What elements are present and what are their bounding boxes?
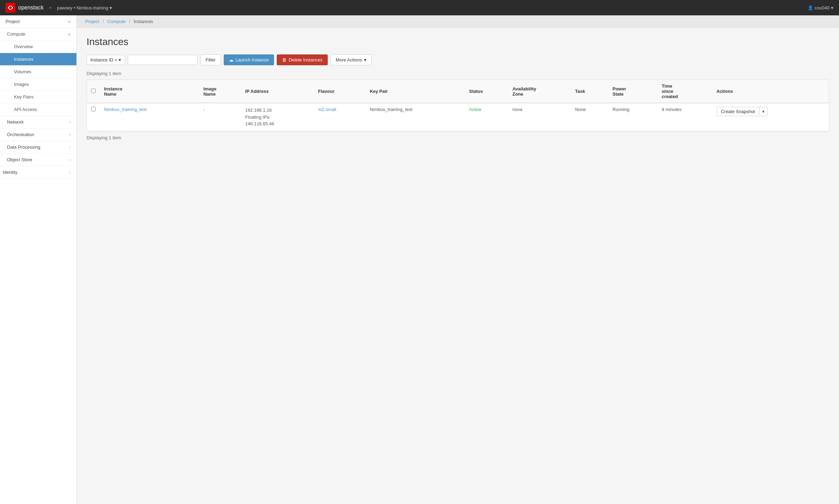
user-chevron: ▾ (831, 5, 833, 10)
sidebar-item-network[interactable]: Network › (0, 116, 76, 128)
filter-select-label: Instance ID = (90, 57, 117, 62)
more-actions-button[interactable]: More Actions ▾ (331, 54, 372, 65)
sidebar-item-overview[interactable]: Overview (0, 40, 76, 53)
create-snapshot-button[interactable]: Create Snapshot (717, 107, 759, 116)
floating-ip-label: Floating IPs: (245, 114, 310, 121)
filter-select-button[interactable]: Instance ID = ▾ (87, 55, 125, 65)
user-icon: 👤 (808, 5, 813, 10)
filter-dropdown-icon: ▾ (119, 57, 121, 62)
launch-instance-button[interactable]: ☁ Launch Instance (224, 54, 274, 65)
breadcrumb-project[interactable]: Project (85, 19, 99, 24)
page-area: Instances Instance ID = ▾ Filter ☁ Launc… (77, 28, 839, 149)
select-all-checkbox[interactable] (91, 89, 96, 93)
table-header-row: InstanceName ImageName IP Address Flavou… (87, 80, 829, 103)
sidebar-item-data-processing[interactable]: Data Processing › (0, 141, 76, 154)
chevron-down-icon: ∨ (68, 32, 71, 37)
breadcrumb-instances: Instances (134, 19, 153, 24)
sidebar-item-volumes[interactable]: Volumes (0, 66, 76, 78)
sidebar-item-orchestration-label: Orchestration (7, 132, 34, 137)
sidebar-item-object-store-label: Object Store (7, 157, 32, 162)
row-image-name: - (199, 103, 241, 131)
brand: openstack (6, 3, 44, 13)
delete-instances-button[interactable]: 🗑 Delete Instances (277, 54, 328, 65)
display-count-top: Displaying 1 item (87, 71, 829, 76)
col-ip-address: IP Address (241, 80, 314, 103)
col-flavour: Flavour (314, 80, 365, 103)
nav-separator: ▪ (49, 4, 51, 12)
sidebar-item-compute[interactable]: Compute ∨ (0, 28, 76, 40)
svg-rect-3 (12, 7, 13, 8)
cloud-upload-icon: ☁ (229, 57, 233, 62)
floating-ip-value: 146.118.65.46 (245, 120, 310, 127)
sidebar-item-images-label: Images (14, 82, 29, 87)
toolbar: Instance ID = ▾ Filter ☁ Launch Instance… (87, 54, 829, 65)
sidebar-item-instances[interactable]: Instances (0, 53, 76, 66)
row-checkbox-cell[interactable] (87, 103, 100, 131)
sidebar-item-object-store[interactable]: Object Store › (0, 154, 76, 166)
col-key-pair: Key Pair (365, 80, 465, 103)
chevron-right-icon: › (69, 170, 71, 175)
project-selector-chevron: ▾ (110, 5, 112, 10)
row-checkbox[interactable] (91, 107, 96, 111)
row-flavour: m2.small (314, 103, 365, 131)
row-key-pair: Nimbus_training_test (365, 103, 465, 131)
col-task: Task (571, 80, 608, 103)
project-selector-label: pawsey • Nimbus-training (57, 5, 108, 10)
ip-block: 192.168.1.16 Floating IPs: 146.118.65.46 (245, 107, 310, 127)
sidebar-item-project[interactable]: Project ∨ (0, 15, 76, 28)
action-dropdown-button[interactable]: ▾ (759, 107, 768, 116)
breadcrumb-sep-1: / (103, 19, 104, 24)
topnav-left: openstack ▪ pawsey • Nimbus-training ▾ (6, 3, 112, 13)
chevron-right-icon: › (69, 145, 71, 150)
chevron-right-icon: › (69, 157, 71, 162)
sidebar-item-identity[interactable]: Identity › (0, 166, 76, 179)
col-time-since-created: Timesincecreated (658, 80, 712, 103)
sidebar-item-identity-label: Identity (3, 170, 17, 175)
display-count-bottom: Displaying 1 item (87, 135, 829, 140)
flavour-link[interactable]: m2.small (318, 107, 336, 112)
instance-name-link[interactable]: Nimbus_training_test (104, 107, 147, 112)
row-task: None (571, 103, 608, 131)
sidebar-item-images[interactable]: Images (0, 78, 76, 91)
col-instance-name: InstanceName (100, 80, 199, 103)
project-selector[interactable]: pawsey • Nimbus-training ▾ (57, 5, 112, 10)
sidebar-item-orchestration[interactable]: Orchestration › (0, 128, 76, 141)
action-button-group: Create Snapshot ▾ (717, 107, 825, 116)
sidebar-item-api-access[interactable]: API Access (0, 103, 76, 116)
sidebar: Project ∨ Compute ∨ Overview Instances V… (0, 15, 77, 504)
chevron-down-icon: ∨ (68, 19, 71, 24)
chevron-right-icon: › (69, 120, 71, 125)
table-row: Nimbus_training_test - 192.168.1.16 Floa… (87, 103, 829, 131)
create-snapshot-label: Create Snapshot (721, 109, 755, 114)
sidebar-item-compute-label: Compute (7, 31, 25, 37)
action-dropdown-icon: ▾ (762, 109, 765, 114)
row-actions: Create Snapshot ▾ (712, 103, 829, 131)
row-instance-name: Nimbus_training_test (100, 103, 199, 131)
sidebar-item-key-pairs[interactable]: Key Pairs (0, 91, 76, 103)
col-image-name: ImageName (199, 80, 241, 103)
instances-table: InstanceName ImageName IP Address Flavou… (87, 80, 829, 131)
user-menu[interactable]: 👤 cou040 ▾ (808, 5, 833, 10)
row-status: Active (465, 103, 508, 131)
row-time-since-created: 9 minutes (658, 103, 712, 131)
top-navigation: openstack ▪ pawsey • Nimbus-training ▾ 👤… (0, 0, 839, 15)
more-actions-label: More Actions (336, 57, 362, 62)
row-availability-zone: nova (508, 103, 571, 131)
filter-button-label: Filter (206, 57, 216, 62)
topnav-right: 👤 cou040 ▾ (808, 5, 833, 10)
sidebar-item-key-pairs-label: Key Pairs (14, 94, 34, 99)
instances-table-container: InstanceName ImageName IP Address Flavou… (87, 80, 829, 132)
filter-input[interactable] (128, 55, 198, 65)
sidebar-item-project-label: Project (6, 19, 20, 24)
row-power-state: Running (608, 103, 658, 131)
sidebar-item-data-processing-label: Data Processing (7, 144, 40, 150)
brand-text: openstack (18, 5, 44, 11)
user-label: cou040 (815, 5, 830, 10)
filter-button[interactable]: Filter (200, 54, 221, 65)
openstack-logo (6, 3, 15, 13)
breadcrumb-compute[interactable]: Compute (107, 19, 126, 24)
col-actions: Actions (712, 80, 829, 103)
header-checkbox[interactable] (87, 80, 100, 103)
sidebar-item-instances-label: Instances (14, 57, 34, 62)
sidebar-item-volumes-label: Volumes (14, 69, 31, 74)
